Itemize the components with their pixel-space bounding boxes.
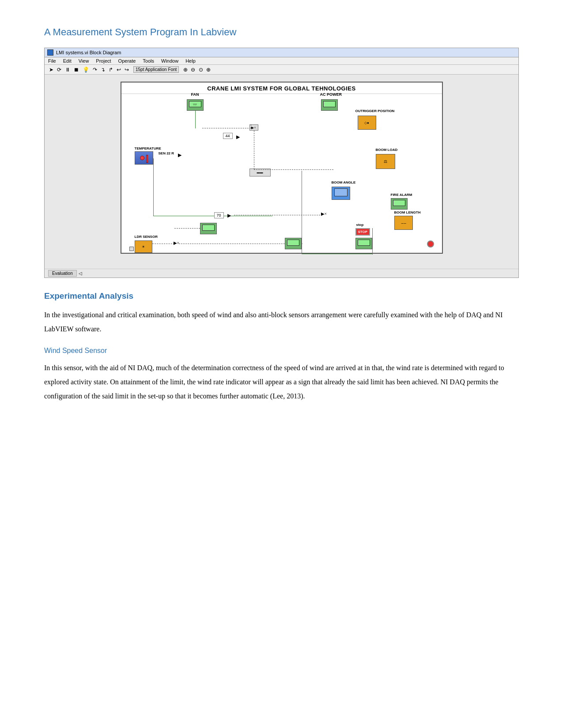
temperature-component bbox=[135, 151, 153, 165]
tab-arrow: ◁ bbox=[79, 271, 82, 276]
menu-project[interactable]: Project bbox=[96, 58, 111, 64]
menu-file[interactable]: File bbox=[48, 58, 56, 64]
arrow-44-right: ▶ bbox=[236, 134, 240, 140]
circle-indicator-br bbox=[427, 240, 434, 248]
fire-alarm-component bbox=[391, 198, 408, 210]
boom-length-label: BOOM LENGTH bbox=[394, 210, 421, 214]
mid-left-comp bbox=[200, 223, 217, 234]
labview-titlebar: LMI systems.vi Block Diagram bbox=[45, 48, 518, 57]
pause-icon[interactable]: ⏸ bbox=[64, 67, 71, 73]
wire-mux-v bbox=[254, 131, 254, 169]
run-icon[interactable]: ➤ bbox=[48, 67, 54, 73]
stop-indicator bbox=[355, 238, 372, 249]
boom-load-component: ⚖ bbox=[376, 154, 395, 169]
mid-bottom-comp bbox=[285, 238, 302, 249]
abort-icon[interactable]: ⏹ bbox=[73, 67, 80, 73]
labview-canvas: CRANE LMI SYSTEM FOR GLOBAL TEHNOLOGIES … bbox=[45, 75, 518, 269]
ac-power-label: AC POWER bbox=[320, 92, 342, 97]
lv-app-icon bbox=[47, 49, 53, 56]
evaluation-tab[interactable]: Evaluation bbox=[48, 270, 77, 277]
redo-icon[interactable]: ↪ bbox=[124, 67, 130, 73]
menu-window[interactable]: Window bbox=[161, 58, 178, 64]
wire-center-h bbox=[254, 169, 333, 170]
font-selector[interactable]: 15pt Application Font bbox=[133, 66, 179, 73]
wire-ldr bbox=[152, 244, 174, 244]
arrow-70-right: ▶ bbox=[227, 213, 231, 218]
boom-load-label: BOOM LOAD bbox=[376, 148, 398, 152]
run-cont-icon[interactable]: ⟳ bbox=[56, 67, 62, 73]
fire-alarm-label: FIRE ALARM bbox=[391, 193, 412, 197]
step-out-icon[interactable]: ↱ bbox=[108, 67, 114, 73]
wind-speed-sensor-section: Wind Speed Sensor In this sensor, with t… bbox=[44, 347, 519, 403]
fan-label: FAN bbox=[191, 92, 199, 97]
menu-tools[interactable]: Tools bbox=[143, 58, 154, 64]
stop-button[interactable]: STOP bbox=[355, 228, 370, 236]
ldr-sensor-component: ☀ bbox=[135, 240, 152, 253]
step-into-icon[interactable]: ↴ bbox=[100, 67, 106, 73]
boom-angle-label: BOOM ANGLE bbox=[332, 180, 356, 184]
labview-toolbar: ➤ ⟳ ⏸ ⏹ 💡 ↷ ↴ ↱ ↩ ↪ 15pt Application Fon… bbox=[45, 65, 518, 75]
wire-temp-v bbox=[153, 158, 154, 216]
wire-top-h bbox=[202, 128, 251, 128]
boom-angle-component bbox=[332, 187, 350, 200]
undo-icon[interactable]: ↩ bbox=[116, 67, 122, 73]
sen-label: SEN 22 R bbox=[159, 151, 174, 155]
labview-title-text: LMI systems.vi Block Diagram bbox=[56, 50, 121, 55]
ldr-sensor-label: LDR SENSOR bbox=[135, 235, 158, 239]
diagram-area: CRANE LMI SYSTEM FOR GLOBAL TEHNOLOGIES … bbox=[121, 82, 443, 254]
junction-ldr: ▶× bbox=[174, 240, 180, 245]
junction-70: ▶× bbox=[321, 211, 327, 216]
highlight-icon[interactable]: 💡 bbox=[82, 67, 90, 73]
wire-temp-h bbox=[153, 216, 272, 216]
num-44-display: 44 bbox=[223, 133, 233, 139]
menu-view[interactable]: View bbox=[79, 58, 89, 64]
wire-right-v bbox=[302, 171, 302, 254]
experimental-analysis-heading: Experimental Analysis bbox=[44, 291, 519, 301]
labview-menubar: File Edit View Project Operate Tools Win… bbox=[45, 57, 518, 65]
font-btn[interactable]: 15pt Application Font bbox=[133, 66, 179, 73]
wire-ldr-long bbox=[179, 244, 302, 244]
menu-edit[interactable]: Edit bbox=[63, 58, 72, 64]
zoom-controls: ⊕ ⊖ ⊙ ⊕ bbox=[182, 67, 211, 73]
fan-component: ╤╤ bbox=[187, 99, 204, 111]
outrigger-label: OUTRIGGER POSITION bbox=[355, 109, 395, 113]
boom-length-component: ⚊⚊ bbox=[394, 216, 413, 230]
indicator-bl bbox=[129, 247, 134, 251]
num-70-display: 70 bbox=[214, 212, 224, 218]
labview-statusbar: Evaluation ◁ bbox=[45, 269, 518, 278]
wire-mid-left-h bbox=[174, 228, 200, 229]
labview-window: LMI systems.vi Block Diagram File Edit V… bbox=[44, 48, 519, 278]
wire-70-h bbox=[234, 215, 322, 215]
wire-stop-v bbox=[372, 228, 373, 255]
wind-speed-sensor-text: In this sensor, with the aid of NI DAQ, … bbox=[44, 361, 519, 403]
wire-bottom-h bbox=[302, 254, 372, 254]
experimental-analysis-text: In the investigational and critical exam… bbox=[44, 308, 519, 336]
temperature-label: TEMPERATURE bbox=[135, 146, 161, 150]
wind-speed-sensor-heading: Wind Speed Sensor bbox=[44, 347, 519, 355]
step-over-icon[interactable]: ↷ bbox=[92, 67, 98, 73]
menu-help[interactable]: Help bbox=[185, 58, 196, 64]
outrigger-component: ◇● bbox=[358, 116, 376, 130]
wire-fan-down bbox=[195, 111, 196, 128]
wire-top-v bbox=[251, 124, 251, 128]
sen-arrow: ▶ bbox=[178, 152, 181, 158]
ac-power-component bbox=[321, 99, 338, 111]
menu-operate[interactable]: Operate bbox=[118, 58, 136, 64]
experimental-analysis-section: Experimental Analysis In the investigati… bbox=[44, 291, 519, 336]
stop-label: stop bbox=[356, 223, 364, 227]
diagram-title: CRANE LMI SYSTEM FOR GLOBAL TEHNOLOGIES bbox=[121, 83, 442, 94]
page-title: A Measurement System Program In Labview bbox=[44, 26, 519, 38]
